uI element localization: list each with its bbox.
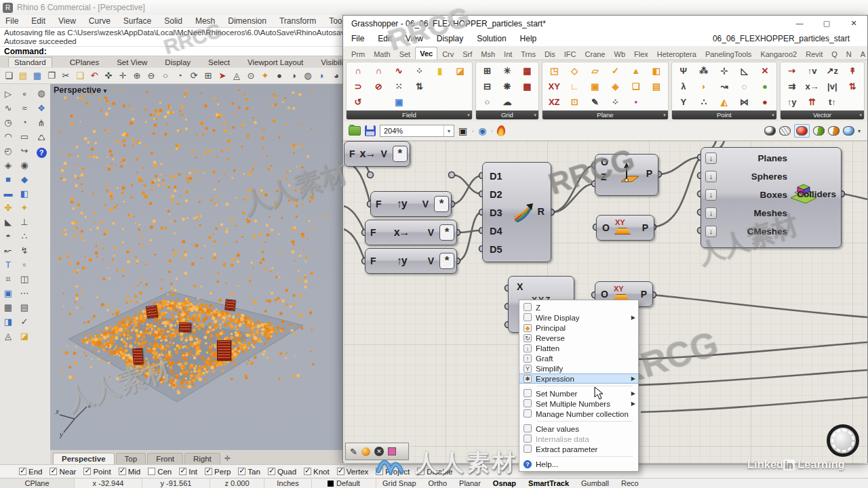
status-toggle[interactable]: Planar [453, 479, 487, 487]
component-category-tab[interactable]: Set [395, 48, 415, 60]
flatten-arrow-icon[interactable]: ↓ [705, 171, 717, 182]
input-port-label[interactable]: F [366, 227, 381, 238]
gem-icon[interactable] [843, 126, 854, 136]
toolbar-icon[interactable]: ⟳ [188, 70, 200, 82]
checkbox[interactable] [205, 468, 212, 475]
gem-icon[interactable] [813, 126, 825, 136]
component-icon[interactable]: XY [549, 81, 560, 92]
chevron-down-icon[interactable]: ▾ [104, 87, 107, 94]
toolbar-icon[interactable]: ↶ [88, 70, 100, 82]
component-icon[interactable]: ◪ [456, 66, 465, 76]
sidebar-tool-icon[interactable]: ◪ [16, 329, 33, 343]
component-icon[interactable]: ⇢ [788, 66, 795, 76]
component-icon[interactable]: ✎ [591, 97, 599, 107]
toolbar-icon[interactable]: ◔ [174, 70, 186, 82]
sidebar-tool-icon[interactable]: ✤ [0, 201, 16, 215]
collider-input-row[interactable]: ↓ CMeshes [701, 222, 841, 241]
input-port-label[interactable]: X [517, 281, 523, 292]
chevron-down-icon[interactable]: ▾ [443, 125, 454, 136]
layer-indicator[interactable]: Default [312, 479, 376, 488]
component-icon[interactable]: t↑ [829, 97, 836, 107]
grasshopper-menu-item[interactable]: File [351, 34, 364, 43]
component-icon[interactable]: ▮ [437, 66, 442, 76]
output-port-label[interactable]: P [641, 289, 647, 300]
sidebar-tool-icon[interactable]: ■ [0, 172, 16, 186]
output-port-label[interactable]: P [642, 222, 648, 233]
component-category-tab[interactable]: Srf [458, 48, 476, 60]
context-menu-item[interactable]: ◆ Principal [519, 323, 638, 333]
component-icon[interactable]: ◇ [571, 66, 578, 76]
toolbar-icon[interactable]: ▦ [31, 70, 43, 82]
toolbar-icon[interactable]: ⊞ [202, 70, 214, 82]
input-port-label[interactable]: D5 [490, 244, 502, 255]
component-icon[interactable]: ∴ [701, 97, 707, 107]
sidebar-tool-icon[interactable]: ◠ [0, 129, 16, 144]
sidebar-tool-icon[interactable]: ∘ [16, 87, 33, 101]
component-category-tab[interactable]: Dis [540, 48, 559, 60]
component-category-tab[interactable]: A [856, 48, 868, 60]
output-port-label[interactable]: V [422, 227, 439, 238]
checkbox[interactable] [19, 468, 26, 475]
context-menu-item[interactable]: Z [519, 302, 638, 312]
input-port-label[interactable]: O [601, 157, 608, 167]
toolbar-icon[interactable]: ◗ [316, 70, 328, 82]
sidebar-tool-icon[interactable]: ✓ [16, 314, 33, 329]
plane-normal-node[interactable]: O Z P [595, 154, 658, 196]
osnap-toggle[interactable]: Vertex [337, 467, 369, 476]
toolbar-icon[interactable]: ● [273, 70, 285, 82]
expression-button[interactable]: * [393, 146, 408, 162]
context-menu-item[interactable]: Wire Display ▶ [519, 312, 638, 323]
toolbar-icon[interactable]: ⊙ [245, 70, 257, 82]
osnap-toggle[interactable]: Mid [119, 467, 141, 476]
merge-input-row[interactable]: D4 [483, 222, 551, 240]
component-category-tab[interactable]: Int [500, 48, 516, 60]
component-icon[interactable]: ↑v [808, 66, 817, 76]
checkbox[interactable] [304, 468, 311, 475]
unit-vector-node[interactable]: F ↑y V * [365, 248, 457, 274]
component-icon[interactable]: ↑y [787, 97, 797, 107]
preview-eye-icon[interactable]: ◉ [478, 125, 486, 136]
rhino-toolbar-tab[interactable]: Display [165, 58, 191, 66]
viewport-canvas[interactable] [50, 84, 342, 450]
component-icon[interactable]: ⁘ [612, 97, 619, 107]
side-strip-icon[interactable]: ❖ [37, 103, 45, 113]
osnap-toggle[interactable]: Disable [417, 467, 452, 476]
rhino-menu-item[interactable]: View [58, 16, 76, 26]
component-category-tab[interactable]: Crv [438, 48, 458, 60]
units-label[interactable]: Inches [264, 479, 312, 488]
output-port-label[interactable]: R [538, 206, 545, 217]
input-port-label[interactable]: D3 [490, 207, 502, 218]
sidebar-tool-icon[interactable]: ◧ [16, 186, 33, 201]
sidebar-tool-icon[interactable]: ↪ [16, 144, 33, 158]
context-menu-item[interactable]: ? Help... [519, 459, 638, 469]
sidebar-tool-icon[interactable]: ▷ [0, 87, 16, 101]
sidebar-tool-icon[interactable]: ∴ [16, 229, 33, 243]
output-port-label[interactable]: V [417, 199, 434, 209]
component-category-tab[interactable]: Heteroptera [653, 48, 701, 60]
rhino-menu-item[interactable]: Curve [89, 16, 111, 26]
context-menu-item[interactable]: Set Multiple Numbers ▶ [519, 399, 638, 409]
window-control-button[interactable]: ✕ [840, 16, 867, 31]
grasshopper-menu-item[interactable]: Help [520, 34, 537, 43]
merge-input-row[interactable]: D2 [483, 185, 551, 203]
rhino-toolbar-tab[interactable]: CPlanes [70, 58, 99, 66]
flatten-arrow-icon[interactable]: ↓ [705, 189, 717, 201]
checkbox[interactable] [83, 468, 91, 475]
input-port-label[interactable]: D4 [490, 226, 502, 237]
component-category-tab[interactable]: Flex [630, 48, 652, 60]
status-toggle[interactable]: SmartTrack [522, 479, 575, 487]
component-icon[interactable]: ⁂ [699, 66, 708, 76]
component-icon[interactable]: Υ [681, 97, 687, 107]
save-file-icon[interactable] [365, 125, 376, 136]
component-icon[interactable]: ↟ [849, 66, 856, 76]
input-port-label[interactable]: Boxes [722, 190, 787, 200]
input-port-label[interactable]: Planes [722, 153, 787, 163]
toolbar-icon[interactable]: ✛ [117, 70, 129, 82]
component-category-tab[interactable]: Prm [347, 48, 369, 60]
rhino-toolbar-tab[interactable]: Select [208, 58, 230, 66]
expression-button[interactable]: * [434, 196, 449, 212]
status-toggle[interactable]: Osnap [487, 479, 522, 487]
output-port-label[interactable]: Colliders [797, 189, 836, 199]
component-icon[interactable]: ✓ [612, 66, 619, 76]
component-icon[interactable]: ⇅ [849, 81, 856, 92]
